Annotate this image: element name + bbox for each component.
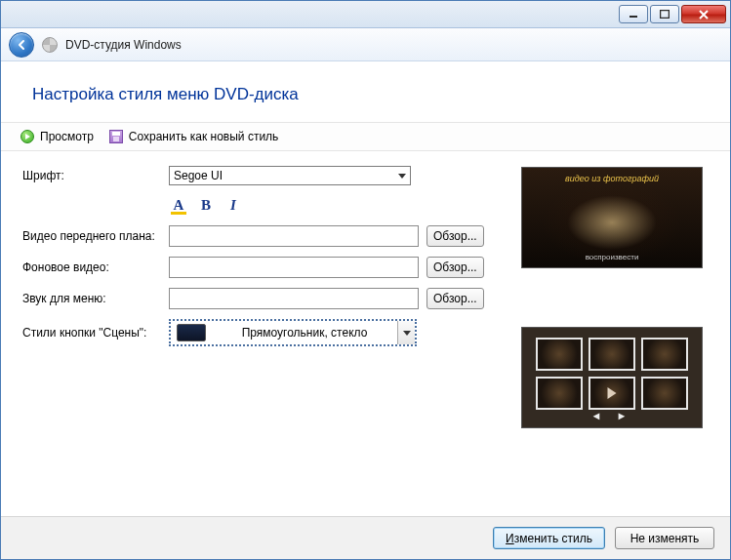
bg-video-browse-button[interactable]: Обзор...	[426, 257, 484, 278]
menu-audio-input[interactable]	[169, 288, 419, 309]
scene-style-dropdown[interactable]	[397, 321, 415, 344]
cancel-label: Не изменять	[630, 532, 700, 545]
back-button[interactable]	[9, 32, 34, 58]
save-icon	[109, 130, 123, 143]
scene-thumb	[589, 377, 635, 410]
scene-thumb	[589, 338, 635, 371]
app-icon	[42, 37, 58, 53]
window: DVD-студия Windows Настройка стиля меню …	[0, 0, 731, 560]
fg-video-browse-button[interactable]: Обзор...	[426, 225, 484, 247]
page-title: Настройка стиля меню DVD-диска	[32, 85, 699, 104]
apply-button[interactable]: Изменить стиль	[493, 527, 605, 549]
preview-title: видео из фотографий	[522, 174, 702, 183]
menu-audio-label: Звук для меню:	[22, 292, 169, 305]
apply-rest: зменить стиль	[514, 532, 592, 545]
font-bold-button[interactable]: B	[196, 196, 216, 214]
scene-style-label: Стили кнопки "Сцены":	[22, 326, 169, 340]
fg-video-label: Видео переднего плана:	[22, 229, 169, 243]
browse-label: Обзор...	[433, 229, 477, 243]
menu-preview-scenes: ◄ ►	[521, 327, 703, 428]
svg-rect-0	[629, 16, 637, 18]
preview-subtitle: воспроизвести	[522, 253, 702, 261]
minimize-button[interactable]	[619, 5, 648, 23]
play-icon	[20, 130, 34, 143]
font-italic-button[interactable]: I	[223, 196, 243, 214]
fg-video-input[interactable]	[169, 225, 419, 247]
font-style-row: A B I	[169, 196, 506, 214]
browse-label: Обзор...	[433, 292, 477, 305]
chevron-down-icon	[398, 174, 406, 179]
header: DVD-студия Windows	[1, 28, 730, 61]
font-value: Segoe UI	[174, 169, 223, 182]
font-select[interactable]: Segoe UI	[169, 166, 411, 185]
chevron-down-icon	[403, 331, 411, 336]
menu-preview-main: видео из фотографий воспроизвести	[521, 167, 703, 268]
preview-column: видео из фотографий воспроизвести ◄ ►	[521, 165, 709, 516]
footer: Изменить стиль Не изменять	[1, 516, 730, 559]
apply-hotkey: И	[506, 532, 514, 545]
bg-video-label: Фоновое видео:	[22, 260, 169, 274]
preview-label: Просмотр	[40, 130, 94, 143]
cancel-button[interactable]: Не изменять	[615, 527, 714, 549]
scene-thumb	[536, 377, 583, 410]
close-button[interactable]	[681, 5, 726, 23]
titlebar	[1, 1, 730, 28]
scene-thumb	[641, 377, 688, 410]
scene-style-select[interactable]: Прямоугольник, стекло	[169, 319, 417, 346]
scene-thumb	[641, 338, 688, 371]
save-style-label: Сохранить как новый стиль	[129, 130, 279, 143]
scene-nav-arrows: ◄ ►	[522, 410, 702, 421]
page-head: Настройка стиля меню DVD-диска	[1, 61, 730, 122]
app-title: DVD-студия Windows	[65, 38, 182, 52]
font-label: Шрифт:	[22, 169, 169, 182]
preview-button[interactable]: Просмотр	[20, 130, 94, 143]
scene-thumb	[536, 338, 583, 371]
form-column: Шрифт: Segoe UI A B I Видео переднего пл…	[22, 165, 506, 516]
toolbar: Просмотр Сохранить как новый стиль	[1, 122, 730, 151]
menu-audio-browse-button[interactable]: Обзор...	[426, 288, 484, 309]
bg-video-input[interactable]	[169, 257, 419, 278]
scene-style-value: Прямоугольник, стекло	[212, 326, 397, 340]
font-color-button[interactable]: A	[169, 196, 188, 214]
browse-label: Обзор...	[433, 260, 477, 274]
maximize-button[interactable]	[650, 5, 679, 23]
scene-style-swatch	[177, 324, 206, 341]
main: Шрифт: Segoe UI A B I Видео переднего пл…	[1, 151, 730, 516]
svg-rect-1	[661, 11, 670, 19]
save-style-button[interactable]: Сохранить как новый стиль	[109, 130, 279, 143]
